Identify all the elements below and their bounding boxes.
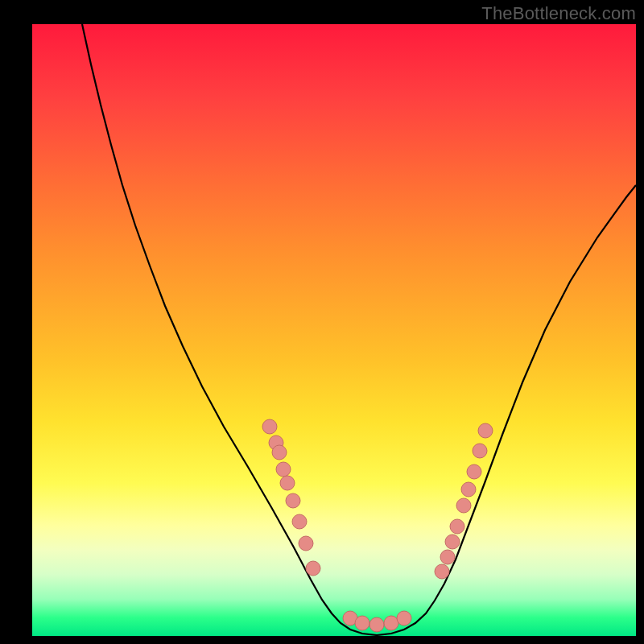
- data-dot: [473, 444, 487, 458]
- data-dots: [262, 419, 493, 632]
- data-dot: [276, 462, 291, 477]
- data-dot: [355, 616, 369, 630]
- data-dot: [456, 498, 471, 513]
- data-dot: [292, 514, 307, 529]
- data-dot: [272, 445, 287, 460]
- data-dot: [440, 550, 455, 564]
- data-dot: [262, 419, 277, 434]
- chart-svg: [32, 24, 636, 636]
- bottleneck-curve: [82, 24, 636, 635]
- chart-frame: TheBottleneck.com: [0, 0, 644, 644]
- data-dot: [384, 616, 398, 630]
- data-dot: [478, 423, 493, 438]
- data-dot: [435, 564, 449, 579]
- data-dot: [369, 617, 384, 632]
- plot-area: [32, 24, 636, 636]
- data-dot: [397, 611, 411, 625]
- data-dot: [445, 535, 460, 549]
- data-dot: [450, 519, 464, 534]
- data-dot: [461, 482, 476, 497]
- data-dot: [467, 464, 481, 479]
- data-dot: [280, 476, 295, 490]
- data-dot: [299, 536, 313, 551]
- data-dot: [286, 493, 300, 508]
- watermark-text: TheBottleneck.com: [481, 3, 636, 24]
- data-dot: [306, 561, 320, 576]
